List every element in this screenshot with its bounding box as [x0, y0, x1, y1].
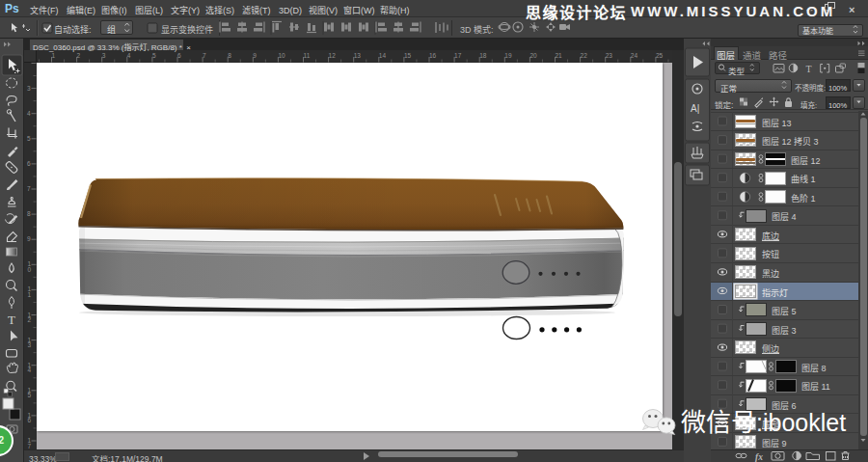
svg-text:fx: fx: [755, 452, 763, 462]
svg-text:T: T: [806, 64, 812, 74]
